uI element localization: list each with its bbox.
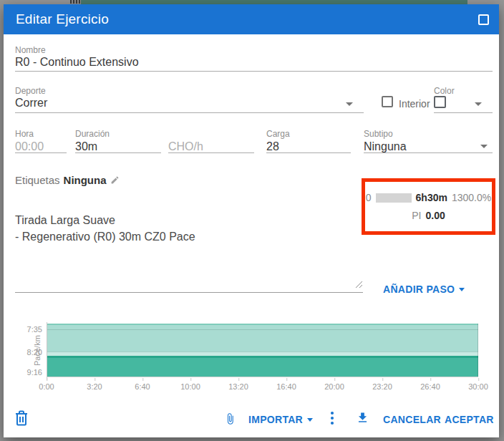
attach-file-icon[interactable]: [224, 410, 236, 428]
duracion-underline: [75, 152, 161, 153]
hora-underline: [15, 152, 67, 153]
y-tick-label: 9:16: [4, 368, 42, 377]
summary-line-1: 0 6h30m 1300.0%: [366, 192, 491, 203]
summary-percent: 1300.0%: [452, 192, 491, 203]
y-tick-label: 8:20: [4, 348, 42, 357]
deporte-dropdown-icon[interactable]: [346, 102, 353, 106]
carga-label: Carga: [266, 129, 290, 139]
nombre-label: Nombre: [15, 45, 46, 55]
cho-input[interactable]: CHO/h: [168, 140, 203, 153]
deporte-select[interactable]: Correr: [15, 97, 47, 110]
chart-y-axis-line: [47, 322, 47, 380]
duracion-label: Duración: [75, 129, 110, 139]
add-step-dropdown-icon: [459, 288, 465, 291]
chart-x-axis-line: [47, 377, 478, 377]
resize-handle-icon[interactable]: [355, 278, 363, 291]
x-tick-label: 10:00: [180, 382, 200, 391]
color-dropdown-icon[interactable]: [475, 102, 482, 106]
etiquetas-row: Etiquetas Ninguna: [15, 174, 120, 186]
description-line-2: - Regenerativo (R0) 30m CZ0 Pace: [15, 228, 363, 245]
gridline-820: [47, 352, 478, 352]
y-tick-label: 7:35: [4, 325, 42, 334]
color-swatch[interactable]: [434, 96, 446, 108]
pi-value: 0.00: [425, 210, 445, 221]
add-step-button[interactable]: AÑADIR PASO: [383, 284, 465, 295]
hora-input[interactable]: 00:00: [15, 140, 44, 153]
summary-annotation-box: 0 6h30m 1300.0% PI 0.00: [362, 178, 495, 235]
carga-underline: [266, 152, 351, 153]
subtipo-dropdown-icon[interactable]: [480, 145, 488, 148]
x-tick-label: 20:00: [324, 382, 344, 391]
nombre-input[interactable]: R0 - Continuo Extensivo: [15, 56, 139, 69]
pi-label: PI: [412, 210, 421, 221]
aceptar-label: ACEPTAR: [445, 414, 494, 425]
importar-dropdown-icon: [307, 418, 313, 422]
pace-chart: Pace/km 7:358:209:16 0:003:206:4010:0013…: [4, 319, 499, 402]
importar-label: IMPORTAR: [248, 414, 303, 425]
chart-plot-area: [47, 324, 478, 377]
edit-exercise-dialog: Editar Ejercicio Nombre R0 - Continuo Ex…: [4, 4, 499, 437]
deporte-label: Deporte: [15, 86, 46, 96]
summary-line-2: PI 0.00: [412, 210, 445, 221]
color-underline: [434, 112, 493, 113]
description-textarea[interactable]: Tirada Larga Suave - Regenerativo (R0) 3…: [15, 208, 363, 293]
dialog-header: Editar Ejercicio: [4, 4, 499, 34]
redacted-progress-bar: [376, 193, 412, 203]
subtipo-underline: [364, 152, 493, 153]
chart-x-ticks: 0:003:206:4010:0013:2016:4020:0023:2026:…: [47, 382, 478, 392]
duracion-input[interactable]: 30m: [75, 140, 97, 153]
subtipo-select[interactable]: Ninguna: [364, 140, 407, 153]
x-tick-label: 30:00: [468, 382, 488, 391]
x-tick-label: 0:00: [39, 382, 54, 391]
cancelar-button[interactable]: CANCELAR: [383, 414, 441, 425]
download-icon[interactable]: [356, 411, 369, 425]
etiquetas-label: Etiquetas: [15, 174, 60, 186]
cancelar-label: CANCELAR: [383, 414, 441, 425]
interior-label: Interior: [399, 98, 430, 110]
nombre-underline: [15, 71, 493, 72]
step-pace-band: [47, 356, 478, 377]
x-tick-label: 13:20: [228, 382, 248, 391]
x-tick-label: 26:40: [420, 382, 440, 391]
hora-label: Hora: [15, 129, 34, 139]
summary-duration: 6h30m: [416, 192, 447, 203]
cho-underline: [168, 152, 254, 153]
add-step-label: AÑADIR PASO: [383, 284, 455, 295]
x-tick-label: 3:20: [87, 382, 102, 391]
color-label: Color: [434, 86, 455, 96]
subtipo-label: Subtipo: [364, 129, 393, 139]
edit-tags-pencil-icon[interactable]: [110, 175, 120, 185]
delete-button[interactable]: [14, 410, 29, 426]
plot-right-edge: [478, 324, 478, 377]
maximize-icon[interactable]: [478, 14, 489, 25]
summary-zero: 0: [366, 192, 372, 203]
x-tick-label: 23:20: [372, 382, 392, 391]
interior-checkbox[interactable]: [382, 96, 393, 107]
carga-input[interactable]: 28: [266, 140, 279, 153]
description-line-1: Tirada Larga Suave: [15, 212, 363, 228]
deporte-underline: [15, 112, 364, 113]
screen: Editar Ejercicio Nombre R0 - Continuo Ex…: [0, 0, 504, 441]
x-tick-label: 16:40: [276, 382, 296, 391]
background-fragment: [70, 0, 80, 4]
more-options-kebab-icon[interactable]: [330, 411, 334, 425]
etiquetas-value: Ninguna: [64, 174, 107, 186]
x-tick-label: 6:40: [135, 382, 150, 391]
importar-button[interactable]: IMPORTAR: [248, 414, 313, 425]
dialog-title: Editar Ejercicio: [16, 11, 478, 27]
aceptar-button[interactable]: ACEPTAR: [445, 414, 494, 425]
gridline-735: [47, 329, 478, 330]
